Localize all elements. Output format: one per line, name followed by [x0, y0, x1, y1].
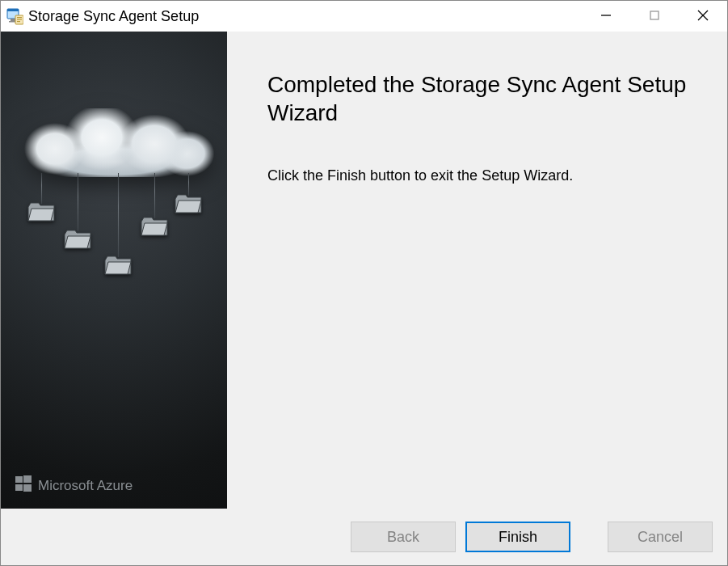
azure-brand: Microsoft Azure — [15, 475, 133, 496]
installer-window: Storage Sync Agent Setup — [0, 0, 728, 566]
svg-rect-12 — [15, 476, 23, 483]
window-title: Storage Sync Agent Setup — [28, 8, 199, 25]
folder-icon — [175, 193, 202, 214]
svg-rect-15 — [23, 484, 32, 492]
azure-brand-label: Microsoft Azure — [38, 478, 133, 494]
wire-icon — [41, 173, 42, 204]
content-area: Microsoft Azure Completed the Storage Sy… — [1, 32, 727, 509]
svg-rect-9 — [650, 11, 659, 19]
wire-icon — [118, 173, 119, 257]
main-panel: Completed the Storage Sync Agent Setup W… — [227, 32, 727, 509]
folder-icon — [27, 201, 55, 222]
wire-icon — [188, 173, 189, 196]
maximize-button — [630, 1, 679, 32]
svg-rect-7 — [17, 21, 20, 22]
svg-rect-6 — [17, 19, 22, 20]
close-icon — [696, 9, 709, 24]
cancel-button: Cancel — [608, 522, 713, 552]
installer-icon — [6, 7, 23, 25]
titlebar: Storage Sync Agent Setup — [1, 1, 727, 32]
finish-button[interactable]: Finish — [465, 522, 570, 552]
window-controls — [582, 1, 727, 32]
back-button: Back — [351, 522, 456, 552]
cloud-illustration — [13, 96, 215, 185]
svg-rect-5 — [17, 17, 22, 18]
windows-logo-icon — [15, 475, 32, 496]
maximize-icon — [649, 10, 660, 23]
svg-rect-1 — [7, 9, 19, 11]
wire-icon — [154, 173, 155, 218]
minimize-icon — [600, 10, 612, 23]
svg-rect-2 — [11, 19, 15, 21]
folder-icon — [141, 216, 168, 237]
folder-icon — [104, 255, 132, 276]
wizard-body-text: Click the Finish button to exit the Setu… — [267, 167, 695, 184]
folder-icon — [64, 229, 91, 250]
wizard-heading: Completed the Storage Sync Agent Setup W… — [267, 70, 688, 127]
close-button[interactable] — [679, 1, 727, 32]
wizard-sidebar-graphic: Microsoft Azure — [1, 32, 227, 509]
wizard-footer: Back Finish Cancel — [1, 509, 727, 565]
svg-rect-13 — [23, 475, 32, 483]
wire-icon — [78, 173, 78, 231]
svg-rect-14 — [15, 484, 23, 491]
minimize-button[interactable] — [582, 1, 630, 32]
